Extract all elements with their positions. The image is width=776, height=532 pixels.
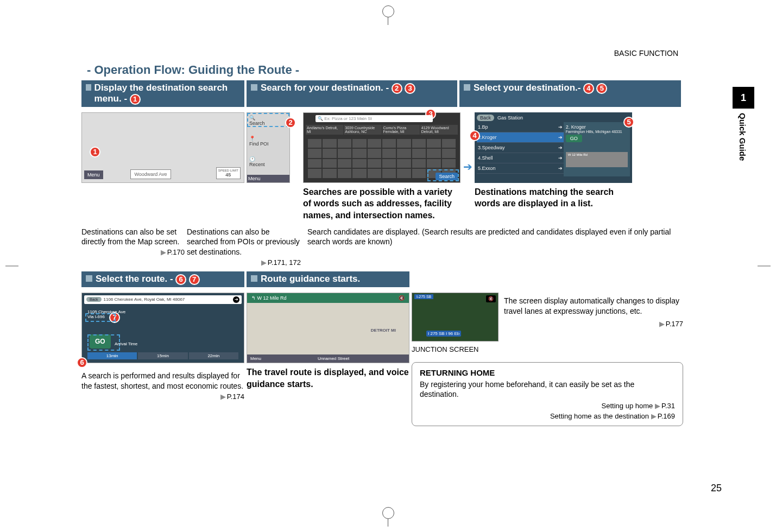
page-ref: P.174 — [227, 392, 244, 401]
marker-6: 6 — [175, 274, 186, 285]
crop-mark-bottom — [382, 507, 394, 527]
search-caption-bold: Searches are possible with a variety of … — [303, 186, 460, 221]
step3-header: Select your destination.- 4 5 — [459, 80, 681, 107]
suggestion-2[interactable]: 3039 Countryside Ashboro, NC — [344, 125, 381, 135]
square-icon — [251, 275, 257, 282]
step5-title: Route guidance starts. — [261, 274, 360, 284]
marker-3: 3 — [405, 83, 415, 94]
returning-home-body: By registering your home beforehand, it … — [420, 379, 675, 400]
keyboard-search-thumb: 3 🔍 Ex: Pizza or 123 Main St Andiamo's D… — [303, 112, 460, 183]
detail-name: 2. Kroger — [566, 124, 628, 130]
marker-1-overlay: 1 — [90, 147, 100, 157]
list-item[interactable]: 4.Shell➔ — [477, 153, 564, 163]
guidance-thumb: ↰ W 12 Mile Rd 🔇 DETROIT MI Menu Unnamed… — [247, 293, 409, 363]
menu-label[interactable]: Menu — [247, 175, 289, 182]
mute-icon[interactable]: 🔇 — [486, 295, 496, 302]
suggestion-1[interactable]: Andiamo's Detroit, MI — [306, 125, 343, 135]
guidance-street: W 12 Mile Rd — [257, 295, 287, 301]
square-icon — [86, 275, 92, 282]
triangle-icon: ▶ — [220, 392, 226, 401]
junction-label: JUNCTION SCREEN — [412, 345, 499, 354]
marker-2-overlay: 2 — [285, 117, 296, 128]
caption-map-direct: Destinations can also be set directly fr… — [81, 227, 185, 248]
speed-limit-sign: SPEED LIMIT 45 — [216, 167, 241, 179]
caption-search-candidates: Search candidates are displayed. (Search… — [307, 227, 695, 248]
go-button[interactable]: GO — [566, 135, 582, 142]
guidance-street-bottom: Unnamed Street — [318, 356, 349, 361]
route-time-3[interactable]: 22min — [189, 352, 238, 359]
junction-hwy-top: I-275 SB — [414, 294, 433, 299]
side-tab: 1 Quick Guide — [733, 87, 754, 161]
page-ref: P.171, 172 — [268, 258, 301, 267]
marker-5-overlay: 5 — [623, 117, 634, 128]
list-item[interactable]: 3.Speedway➔ — [477, 143, 564, 153]
route-type-label: Arrival Time — [115, 341, 137, 346]
highlight-box-search — [247, 113, 289, 127]
detail-address: Farmington Hills, Michigan 48331 — [566, 130, 628, 134]
list-item[interactable]: 1.Bp➔ — [477, 122, 564, 132]
street-name-label: Woodward Ave — [130, 169, 171, 179]
junction-thumb: I-275 SB 🔇 I 275 SB I 96 Eb — [412, 293, 499, 341]
triangle-icon: ▶ — [161, 248, 166, 256]
map-screen-thumb: 1 Menu Woodward Ave SPEED LIMIT 45 — [81, 112, 244, 183]
list-item[interactable]: 5.Exxon➔ — [477, 163, 564, 174]
junction-hwy-bottom: I 275 SB I 96 Eb — [426, 331, 461, 337]
junction-text: The screen display automatically changes… — [504, 296, 683, 316]
marker-5: 5 — [596, 83, 607, 94]
results-list-thumb: Back Gas Station 1.Bp➔ 2.Kroger➔ 4 3.Spe… — [475, 112, 632, 183]
keyboard-search-button[interactable]: Search — [436, 173, 458, 180]
list-item-selected[interactable]: 2.Kroger➔ 4 — [477, 132, 564, 143]
guidance-caption: The travel route is displayed, and voice… — [247, 366, 409, 390]
step1-header: Display the destination search menu. - 1 — [81, 80, 244, 107]
marker-2: 2 — [392, 83, 402, 94]
square-icon — [464, 84, 470, 91]
route-time-2[interactable]: 15min — [138, 352, 187, 359]
marker-7: 7 — [189, 274, 200, 285]
page-number: 25 — [711, 483, 722, 494]
returning-home-title: RETURNING HOME — [420, 368, 675, 377]
map-street-label: W 12 Mile Rd — [568, 153, 588, 156]
page-ref: P.170 — [167, 248, 185, 256]
step5-header: Route guidance starts. — [247, 271, 409, 287]
arrow-right-icon: ➔ — [463, 160, 472, 173]
page-ref: P.177 — [666, 320, 683, 328]
route-time-1[interactable]: 13min — [87, 352, 137, 359]
back-button[interactable]: Back — [86, 297, 102, 302]
map-menu-button[interactable]: Menu — [84, 170, 103, 179]
route-caption: A search is performed and results displa… — [81, 371, 244, 391]
suggestion-3[interactable]: Como's Pizza Ferndale, MI — [382, 125, 420, 135]
returning-line1: Setting up home — [602, 402, 653, 410]
returning-home-box: RETURNING HOME By registering your home … — [412, 362, 683, 427]
marker-4: 4 — [583, 83, 594, 94]
route-select-thumb: Back 1106 Cherokee Ave, Royal Oak, MI 48… — [81, 293, 244, 363]
triangle-icon: ▶ — [651, 412, 657, 420]
square-icon — [251, 84, 257, 91]
page-ref: P.31 — [661, 402, 675, 410]
mute-icon[interactable]: 🔇 — [399, 295, 405, 301]
crop-mark-right — [758, 266, 771, 267]
breadcrumb: BASIC FUNCTION — [81, 49, 678, 58]
list-title: Gas Station — [497, 115, 523, 121]
highlight-box-via — [85, 313, 116, 322]
step2-header: Search for your destination. - 2 3 — [247, 80, 457, 107]
triangle-icon: ▶ — [659, 320, 665, 328]
chapter-number: 1 — [733, 87, 754, 109]
step4-header: Select the route. - 6 7 — [81, 271, 244, 287]
search-input[interactable]: 🔍 Ex: Pizza or 123 Main St — [316, 115, 433, 122]
step4-title: Select the route. - — [96, 274, 173, 284]
step3-title: Select your destination.- — [474, 83, 581, 93]
crop-mark-top — [382, 5, 394, 25]
marker-6-overlay: 6 — [77, 357, 87, 368]
square-icon — [86, 84, 91, 91]
search-menu-strip: 🔍Search 2 📍Find POI 🕐Recent Menu — [247, 112, 290, 183]
marker-1: 1 — [130, 94, 141, 105]
recent-label[interactable]: Recent — [249, 162, 265, 167]
marker-4-overlay: 4 — [469, 130, 480, 141]
suggestion-4[interactable]: 4129 Woodward Detroit, MI — [420, 125, 458, 135]
route-address: 1106 Cherokee Ave, Royal Oak, MI 48067 — [104, 297, 185, 302]
find-poi-label[interactable]: Find POI — [249, 141, 269, 147]
guidance-menu[interactable]: Menu — [250, 356, 261, 361]
step1-title: Display the destination search menu. - — [94, 83, 228, 104]
back-button[interactable]: Back — [477, 115, 494, 121]
returning-line2: Setting home as the destination — [550, 412, 649, 420]
